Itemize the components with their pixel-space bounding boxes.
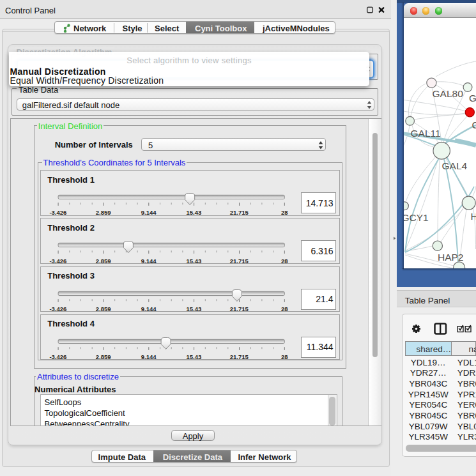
svg-text:GAL11: GAL11 [411, 128, 441, 139]
svg-text:GA: GA [469, 93, 476, 104]
svg-text:C: C [472, 119, 476, 130]
svg-text:GAL4: GAL4 [442, 160, 468, 171]
svg-text:H: H [471, 211, 476, 222]
svg-text:HAP2: HAP2 [438, 252, 464, 263]
svg-text:GAL80: GAL80 [433, 88, 464, 99]
svg-text:GCY1: GCY1 [404, 212, 429, 223]
